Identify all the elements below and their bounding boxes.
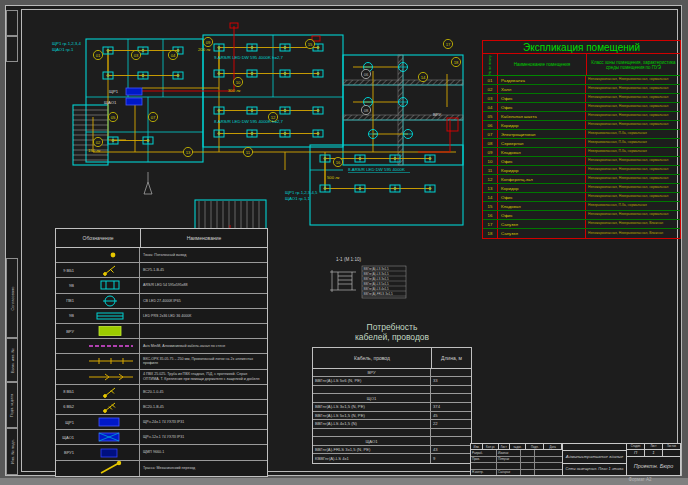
switch-icon <box>75 263 139 277</box>
room-number-tag: 11 <box>243 147 252 156</box>
legend-row: 9ВARS/R LED 54 595х595х88 <box>56 278 267 293</box>
outlet-point-icon <box>75 248 139 262</box>
vru-label: ВРУ <box>433 112 441 117</box>
cable-channel-icon <box>75 339 139 353</box>
cable-row: ЩАО1 <box>313 437 471 446</box>
sheets-value <box>663 450 680 456</box>
legend-row: ПВ1СВ LED 27-4000К IP65 <box>56 294 267 309</box>
cable-row: ЩО1 <box>313 394 471 403</box>
svg-text:11: 11 <box>246 150 251 155</box>
organization-name: Проектн. Бюро <box>627 457 680 476</box>
room-number-tag: 18 <box>451 57 460 66</box>
room-number-tag: 10 <box>233 77 242 86</box>
svg-text:14: 14 <box>421 75 426 80</box>
panel-group-label: ЩАО1 гр.1 <box>52 47 74 52</box>
stamp-header-cell: Дата <box>544 444 562 449</box>
vru-cabinet-icon <box>75 324 139 338</box>
stamp-header-cell: Подп. <box>526 444 544 449</box>
stamp-header-cell: Лист <box>499 444 510 449</box>
panel-label: ЩАО1 <box>104 100 117 105</box>
route-transition-icon <box>75 461 139 475</box>
cable-rows: ВРУВВГнг(А)-LS 5х6 (N, PE)33ЩО1ВВГнг(А)-… <box>313 369 471 464</box>
object-name: Административное здание <box>563 451 626 464</box>
floor-plan: 010203040506070809101112131415161718 ЩР1… <box>48 22 468 237</box>
svg-text:13: 13 <box>186 150 191 155</box>
legend-row: 8 ВБ1ВС20-1-0-45 <box>56 385 267 400</box>
section-cable-list: ВВГнг(А)-LS 3х1,5ВВГнг(А)-LS 3х1,5ВВГнг(… <box>362 266 406 298</box>
cable-row: ВВГнг(А)-FRLS 3х1,5 (N, PE)43 <box>313 446 471 455</box>
fixture-group-label: 8-ARS/R LED DW 595 4000K h=2,7 <box>214 119 284 124</box>
explication-row: 06КоридорНепожароопасная, Невзрывоопасна… <box>483 121 680 130</box>
illuminance-label: 300 лк <box>228 88 241 93</box>
explication-row: 14ОфисНепожароопасная, Невзрывоопасная, … <box>483 193 680 202</box>
sheets-label: Листов <box>663 444 680 449</box>
cable-row: ВВГнг(А)-LS 3х1,5 (N, PE)374 <box>313 403 471 412</box>
drawing-title: Сети освещения. План 1 этажа <box>563 464 626 476</box>
sheet-value: 1 <box>645 450 663 456</box>
panel-box-icon <box>75 446 139 460</box>
legend-row: ВРУ <box>56 324 267 339</box>
stage-value: П <box>627 450 645 456</box>
explication-row: 04ОфисНепожароопасная, Невзрывоопасная, … <box>483 103 680 112</box>
stage-label: Стадия <box>627 444 645 449</box>
corner-stamp-box <box>6 36 18 62</box>
room-number-tag: 15 <box>305 39 314 48</box>
legend-row: ЩР1ЩРн-24з-1 74 УХЛ3 IP31 <box>56 415 267 430</box>
room-number-tag: 05 <box>108 112 117 121</box>
room-number-tag: 03 <box>131 50 140 59</box>
section-detail: 1-1 (М 1:10) ВВГнг(А)-LS 3х1,5ВВГнг(А)-L… <box>326 257 410 307</box>
svg-text:ВВГнг(А)-LS 3х1,5: ВВГнг(А)-LS 3х1,5 <box>364 272 389 276</box>
svg-text:18: 18 <box>454 60 459 65</box>
round-luminaire-icon <box>75 294 139 308</box>
explication-row: 03ОфисНепожароопасная, Невзрывоопасная, … <box>483 94 680 103</box>
room-number-tag: 08 <box>361 105 370 114</box>
agreed-label: Согласовано <box>6 258 18 338</box>
room-number-tag: 17 <box>443 39 452 48</box>
legend-row: ВРУ1ЩМП 9660-1 <box>56 445 267 460</box>
svg-text:16: 16 <box>336 160 341 165</box>
cable-row: ВРУ <box>313 369 471 378</box>
room-number-tag: 07 <box>148 112 157 121</box>
panel-group-label: ЩР1 гр.1,2,3,4 <box>52 41 81 46</box>
illuminance-label: 150 лк <box>88 148 101 153</box>
cable-demand-table: Потребность кабелей, проводов Кабель, пр… <box>312 323 472 464</box>
explication-row: 17СанузелНепожароопасная, Невзрывоопасна… <box>483 220 680 229</box>
room-number-tag: 04 <box>168 50 177 59</box>
panel-board-x-icon <box>75 430 139 444</box>
svg-text:ВВГнг(А)-LS 3х1,5: ВВГнг(А)-LS 3х1,5 <box>364 277 389 281</box>
svg-text:03: 03 <box>134 53 139 58</box>
corner-stamp-box <box>6 10 18 36</box>
explication-row: 18СанузелНепожароопасная, Невзрывоопасна… <box>483 229 680 238</box>
linear-luminaire-icon <box>75 309 139 323</box>
podp-data-label: Подп. и дата <box>6 382 18 428</box>
explication-row: 07ЭлектрощитоваяНевзрывоопасная, П-IIа, … <box>483 130 680 139</box>
explication-row: 09КладоваяНевзрывоопасная, П-IIа, нормал… <box>483 148 680 157</box>
legend-header: Обозначение Наименование <box>56 229 267 248</box>
svg-text:01: 01 <box>96 53 101 58</box>
staircase <box>73 110 259 237</box>
inv-podl-label: Инв. № подл. <box>6 428 18 475</box>
svg-text:ВВГнг(А)-FRLS 3х1,5: ВВГнг(А)-FRLS 3х1,5 <box>364 292 393 296</box>
antenna-symbol <box>144 172 152 194</box>
legend-rows: Точка: Потолочный вывод9 ВБ1ВСУ5-1-В-459… <box>56 248 267 476</box>
legend-row: ЩАО1ЩРн-12з-1 74 УХЛ3 IP31 <box>56 430 267 445</box>
legend-row: ВКС-ОРК 35.05.75 – 250 мм, Проволочный л… <box>56 354 267 369</box>
panel-label: ЩР1 <box>109 89 119 94</box>
doc-code-cell <box>563 444 626 451</box>
cable-table-title: Потребность кабелей, проводов <box>312 323 472 343</box>
fixture-group-label: 8-ARS/R LED DW 595 4000K <box>348 167 405 172</box>
legend-row: Трасса: Механический переход <box>56 461 267 476</box>
cable-row <box>313 386 471 395</box>
room-number-tag: 02 <box>93 137 102 146</box>
explication-row: 10ОфисНепожароопасная, Невзрывоопасная, … <box>483 157 680 166</box>
panel-board-icon <box>75 415 139 429</box>
explication-row: 02ХоллНепожароопасная, Невзрывоопасная, … <box>483 85 680 94</box>
legend-row: Точка: Потолочный вывод <box>56 248 267 263</box>
explication-row: 16ОфисНепожароопасная, Невзрывоопасная, … <box>483 211 680 220</box>
sheet-label: Лист <box>645 444 663 449</box>
explication-row: 12Конференц-залНепожароопасная, Невзрыво… <box>483 175 680 184</box>
window-bottom-edge <box>0 478 688 485</box>
explication-table: Экспликация помещений № по плану Наимено… <box>482 40 681 239</box>
cable-row: ВВГнг(А)-LS 5х1,5 (N, PE)45 <box>313 412 471 421</box>
cable-row: ВВГнг(А)-LS 4х1,5 (N)22 <box>313 420 471 429</box>
